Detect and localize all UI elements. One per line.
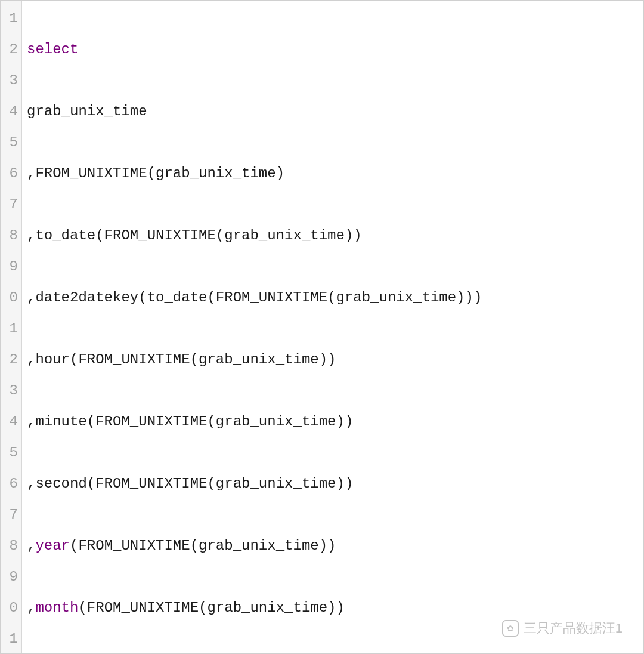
line-number: 5 <box>3 127 18 158</box>
line-number: 7 <box>3 189 18 220</box>
code-line[interactable]: grab_unix_time <box>27 96 639 127</box>
sql-comma: , <box>27 600 35 616</box>
line-number: 0 <box>3 282 18 313</box>
code-line[interactable]: select <box>27 34 639 65</box>
line-number: 2 <box>3 34 18 65</box>
sql-comma: , <box>27 538 35 554</box>
line-number: 4 <box>3 406 18 437</box>
watermark-icon: ✿ <box>502 620 519 637</box>
sql-expr: ,minute(FROM_UNIXTIME(grab_unix_time)) <box>27 414 353 430</box>
code-line[interactable]: ,FROM_UNIXTIME(grab_unix_time) <box>27 158 639 189</box>
line-number: 8 <box>3 220 18 251</box>
code-area[interactable]: select grab_unix_time ,FROM_UNIXTIME(gra… <box>22 1 643 653</box>
watermark-text: 三只产品数据汪1 <box>524 619 623 637</box>
code-line[interactable]: ,second(FROM_UNIXTIME(grab_unix_time)) <box>27 468 639 499</box>
line-number: 3 <box>3 375 18 406</box>
sql-expr: ,second(FROM_UNIXTIME(grab_unix_time)) <box>27 476 353 492</box>
sql-keyword-select: select <box>27 41 78 57</box>
sql-keyword-year: year <box>35 538 70 554</box>
code-line[interactable]: ,to_date(FROM_UNIXTIME(grab_unix_time)) <box>27 220 639 251</box>
line-number: 2 <box>3 344 18 375</box>
code-line[interactable]: ,hour(FROM_UNIXTIME(grab_unix_time)) <box>27 344 639 375</box>
line-number: 1 <box>3 624 18 654</box>
line-number: 1 <box>3 3 18 34</box>
sql-expr: (FROM_UNIXTIME(grab_unix_time)) <box>78 600 344 616</box>
code-line[interactable]: ,date2datekey(to_date(FROM_UNIXTIME(grab… <box>27 282 639 313</box>
line-number: 8 <box>3 530 18 562</box>
sql-ident: grab_unix_time <box>27 103 147 119</box>
line-number: 6 <box>3 158 18 189</box>
code-line[interactable]: ,minute(FROM_UNIXTIME(grab_unix_time)) <box>27 406 639 437</box>
line-number: 5 <box>3 437 18 468</box>
sql-expr: ,FROM_UNIXTIME(grab_unix_time) <box>27 165 284 181</box>
line-number: 9 <box>3 562 18 593</box>
line-number: 7 <box>3 499 18 530</box>
line-number: 3 <box>3 65 18 96</box>
watermark: ✿ 三只产品数据汪1 <box>502 619 623 637</box>
sql-expr: ,to_date(FROM_UNIXTIME(grab_unix_time)) <box>27 227 362 243</box>
sql-keyword-month: month <box>35 600 78 616</box>
sql-expr: (FROM_UNIXTIME(grab_unix_time)) <box>70 538 336 554</box>
sql-expr: ,hour(FROM_UNIXTIME(grab_unix_time)) <box>27 351 336 368</box>
sql-expr: ,date2datekey(to_date(FROM_UNIXTIME(grab… <box>27 289 482 306</box>
line-number: 4 <box>3 96 18 127</box>
line-number-gutter: 1 2 3 4 5 6 7 8 9 0 1 2 3 4 5 6 7 8 9 0 … <box>1 1 22 653</box>
line-number: 0 <box>3 593 18 624</box>
line-number: 9 <box>3 251 18 282</box>
line-number: 1 <box>3 313 18 344</box>
code-line[interactable]: ,year(FROM_UNIXTIME(grab_unix_time)) <box>27 530 639 562</box>
line-number: 6 <box>3 468 18 499</box>
code-editor[interactable]: 1 2 3 4 5 6 7 8 9 0 1 2 3 4 5 6 7 8 9 0 … <box>0 0 644 654</box>
